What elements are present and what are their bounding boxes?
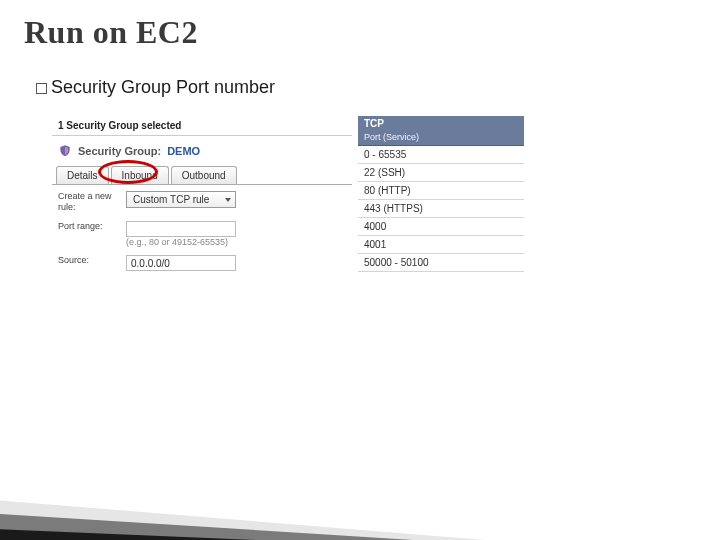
slide-title: Run on EC2	[24, 14, 696, 51]
slide-decoration	[0, 470, 720, 540]
table-row: 80 (HTTP)	[358, 182, 524, 200]
security-group-name: DEMO	[167, 145, 200, 157]
tab-outbound[interactable]: Outbound	[171, 166, 237, 184]
screenshot-panels: 1 Security Group selected Security Group…	[52, 116, 696, 285]
table-row: 443 (HTTPS)	[358, 200, 524, 218]
bullet-text: Security Group Port number	[51, 77, 275, 97]
table-row: 4000	[358, 218, 524, 236]
security-group-label: Security Group:	[78, 145, 161, 157]
tab-inbound[interactable]: Inbound	[111, 166, 169, 184]
security-group-panel: 1 Security Group selected Security Group…	[52, 116, 352, 285]
port-range-hint: (e.g., 80 or 49152-65535)	[126, 237, 236, 247]
bullet-line: Security Group Port number	[36, 77, 696, 98]
tabs: Details Inbound Outbound	[52, 166, 352, 185]
table-row: 22 (SSH)	[358, 164, 524, 182]
rule-form: Create a new rule: Custom TCP rule Port …	[52, 185, 352, 285]
ports-table: TCP Port (Service) 0 - 65535 22 (SSH) 80…	[358, 116, 524, 285]
source-label: Source:	[58, 255, 118, 266]
source-input[interactable]: 0.0.0.0/0	[126, 255, 236, 271]
table-row: 4001	[358, 236, 524, 254]
bullet-icon	[36, 83, 47, 94]
tab-details[interactable]: Details	[56, 166, 109, 184]
selection-count: 1 Security Group selected	[52, 116, 352, 136]
port-range-input[interactable]	[126, 221, 236, 237]
create-rule-label: Create a new rule:	[58, 191, 118, 213]
shield-icon	[58, 144, 72, 158]
port-range-label: Port range:	[58, 221, 118, 232]
rule-type-select[interactable]: Custom TCP rule	[126, 191, 236, 208]
table-row: 50000 - 50100	[358, 254, 524, 272]
ports-subheader: Port (Service)	[358, 131, 524, 146]
table-row: 0 - 65535	[358, 146, 524, 164]
security-group-row: Security Group: DEMO	[52, 142, 352, 166]
ports-header: TCP	[358, 116, 524, 131]
